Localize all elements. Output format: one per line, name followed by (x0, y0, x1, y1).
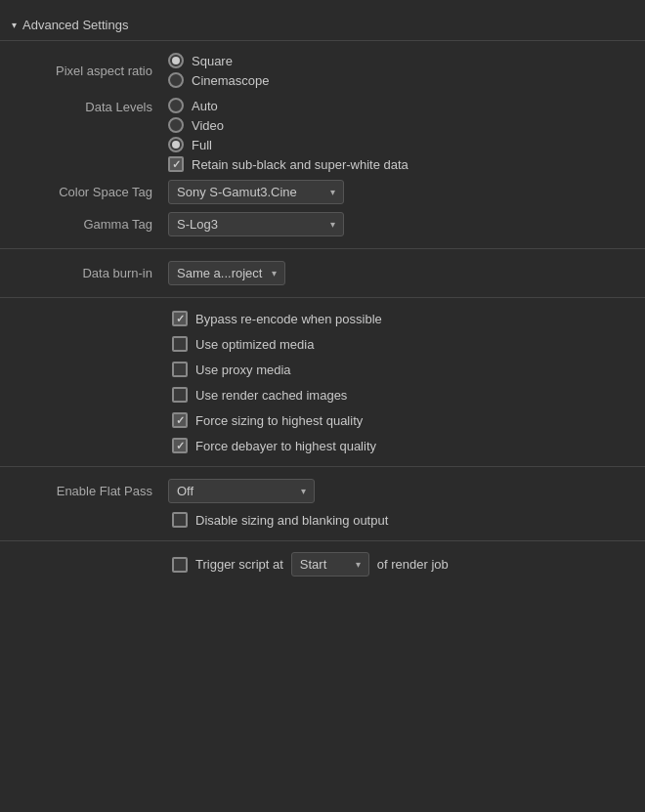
gamma-tag-value: S-Log3 (177, 217, 218, 232)
enable-flat-pass-arrow-icon: ▾ (301, 486, 306, 496)
radio-video[interactable]: Video (168, 117, 408, 133)
bypass-reencode-box[interactable] (172, 311, 188, 326)
use-optimized-media-row: Use optimized media (0, 331, 645, 357)
section-title: Advanced Settings (22, 18, 128, 32)
data-burn-in-value: Same a...roject (177, 266, 262, 280)
disable-sizing-box[interactable] (172, 512, 188, 528)
radio-square[interactable]: Square (168, 53, 270, 68)
radio-auto[interactable]: Auto (168, 98, 408, 113)
data-burn-in-dropdown[interactable]: Same a...roject ▾ (168, 261, 285, 285)
enable-flat-pass-value: Off (177, 484, 194, 498)
use-optimized-media-label: Use optimized media (195, 337, 314, 352)
radio-auto-button[interactable] (168, 98, 184, 113)
data-burn-in-arrow-icon: ▾ (272, 268, 277, 278)
data-levels-row: Data Levels Auto Video Full Retain sub-b… (0, 92, 645, 176)
radio-cinemascope[interactable]: Cinemascope (168, 72, 270, 88)
use-proxy-media-checkbox[interactable]: Use proxy media (172, 362, 291, 377)
retain-subblack-checkbox[interactable]: Retain sub-black and super-white data (168, 156, 408, 172)
radio-cinemascope-button[interactable] (168, 72, 184, 88)
radio-cinemascope-label: Cinemascope (192, 73, 270, 88)
force-sizing-box[interactable] (172, 412, 188, 428)
radio-video-button[interactable] (168, 117, 184, 133)
bypass-reencode-label: Bypass re-encode when possible (195, 312, 382, 326)
pixel-aspect-ratio-label: Pixel aspect ratio (12, 64, 168, 78)
radio-square-label: Square (192, 54, 233, 68)
bypass-reencode-checkbox[interactable]: Bypass re-encode when possible (172, 311, 382, 326)
gamma-tag-dropdown-arrow-icon: ▾ (330, 219, 335, 230)
disable-sizing-checkbox[interactable]: Disable sizing and blanking output (172, 512, 388, 528)
trigger-script-value: Start (300, 557, 326, 572)
pixel-aspect-ratio-options: Square Cinemascope (168, 53, 270, 88)
radio-full-label: Full (192, 138, 212, 152)
radio-full-button[interactable] (168, 137, 184, 152)
retain-subblack-box[interactable] (168, 156, 184, 172)
color-space-tag-dropdown[interactable]: Sony S-Gamut3.Cine ▾ (168, 180, 344, 204)
radio-full[interactable]: Full (168, 137, 408, 152)
gamma-tag-dropdown[interactable]: S-Log3 ▾ (168, 212, 344, 236)
data-levels-label: Data Levels (12, 98, 168, 114)
use-optimized-media-checkbox[interactable]: Use optimized media (172, 336, 314, 352)
use-render-cached-box[interactable] (172, 387, 188, 403)
force-sizing-checkbox[interactable]: Force sizing to highest quality (172, 412, 363, 428)
use-proxy-media-label: Use proxy media (195, 363, 291, 377)
use-proxy-media-row: Use proxy media (0, 357, 645, 382)
use-render-cached-row: Use render cached images (0, 382, 645, 407)
collapse-arrow-icon: ▾ (12, 20, 17, 30)
disable-sizing-label: Disable sizing and blanking output (195, 513, 388, 528)
radio-auto-label: Auto (192, 99, 218, 113)
radio-video-label: Video (192, 118, 224, 133)
force-debayer-row: Force debayer to highest quality (0, 433, 645, 458)
gamma-tag-row: Gamma Tag S-Log3 ▾ (0, 208, 645, 240)
advanced-settings-panel: ▾ Advanced Settings Pixel aspect ratio S… (0, 0, 645, 589)
force-debayer-label: Force debayer to highest quality (195, 439, 376, 453)
gamma-tag-label: Gamma Tag (12, 217, 168, 232)
trigger-script-row: Trigger script at Start ▾ of render job (0, 549, 645, 579)
radio-square-button[interactable] (168, 53, 184, 68)
force-sizing-row: Force sizing to highest quality (0, 407, 645, 433)
force-sizing-label: Force sizing to highest quality (195, 413, 363, 428)
retain-subblack-label: Retain sub-black and super-white data (192, 157, 408, 172)
color-space-tag-row: Color Space Tag Sony S-Gamut3.Cine ▾ (0, 176, 645, 208)
trigger-script-checkbox[interactable]: Trigger script at (172, 557, 283, 573)
enable-flat-pass-label: Enable Flat Pass (12, 484, 168, 498)
enable-flat-pass-row: Enable Flat Pass Off ▾ (0, 475, 645, 507)
data-burn-in-row: Data burn-in Same a...roject ▾ (0, 257, 645, 289)
enable-flat-pass-dropdown[interactable]: Off ▾ (168, 479, 315, 503)
data-levels-options: Auto Video Full Retain sub-black and sup… (168, 98, 408, 172)
use-render-cached-checkbox[interactable]: Use render cached images (172, 387, 347, 403)
pixel-aspect-ratio-row: Pixel aspect ratio Square Cinemascope (0, 49, 645, 92)
force-debayer-box[interactable] (172, 438, 188, 453)
section-header[interactable]: ▾ Advanced Settings (0, 10, 645, 41)
use-proxy-media-box[interactable] (172, 362, 188, 377)
trigger-script-arrow-icon: ▾ (356, 559, 361, 570)
trigger-script-box[interactable] (172, 557, 188, 573)
data-burn-in-label: Data burn-in (12, 266, 168, 280)
disable-sizing-row: Disable sizing and blanking output (0, 507, 645, 533)
trigger-script-prefix: Trigger script at (195, 557, 283, 572)
color-space-tag-value: Sony S-Gamut3.Cine (177, 185, 297, 199)
color-space-dropdown-arrow-icon: ▾ (330, 187, 335, 197)
trigger-script-dropdown[interactable]: Start ▾ (291, 552, 369, 577)
bypass-reencode-row: Bypass re-encode when possible (0, 306, 645, 331)
use-render-cached-label: Use render cached images (195, 388, 347, 403)
trigger-script-suffix: of render job (377, 557, 449, 572)
use-optimized-media-box[interactable] (172, 336, 188, 352)
force-debayer-checkbox[interactable]: Force debayer to highest quality (172, 438, 376, 453)
color-space-tag-label: Color Space Tag (12, 185, 168, 199)
